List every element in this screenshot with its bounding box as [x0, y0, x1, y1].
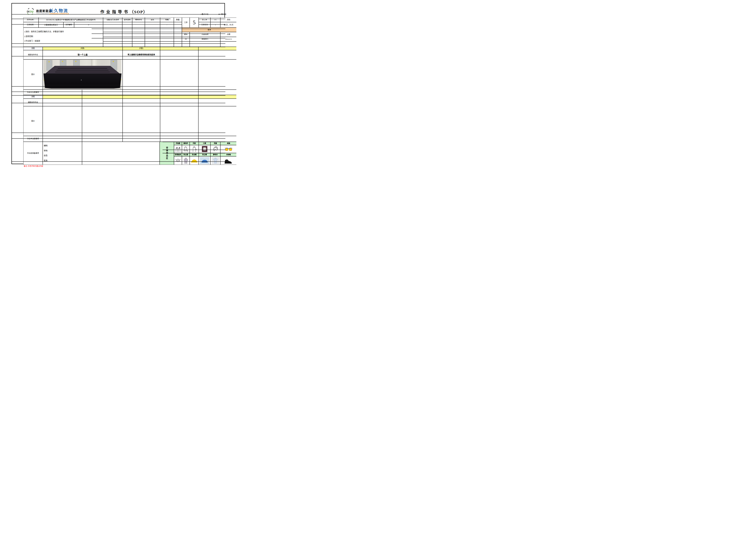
qty-label: 数量 [174, 17, 182, 22]
spec-value: / [160, 22, 174, 28]
rule [12, 43, 225, 44]
empty-cell [198, 89, 236, 95]
empty-cell [82, 99, 122, 106]
dust-cap-icon [200, 157, 209, 164]
total-process-value: 5/5 [210, 17, 220, 22]
empty-cell [174, 41, 182, 47]
empty-cell [103, 41, 122, 47]
ppe-label-safety-shoes: 劳保鞋 [220, 153, 236, 156]
process-number: 5 [190, 17, 199, 28]
page-no-value: 第5页，共5页 [220, 22, 236, 28]
ppe-label-finger-cots: 手指套 [174, 142, 182, 145]
process-name-label: 工序名称： [23, 22, 39, 28]
ppe-label-mask: 口罩 [199, 142, 210, 145]
empty-cell [103, 32, 122, 37]
detail2-label: 细部动作作业 [23, 99, 43, 106]
empty-cell [182, 41, 190, 47]
ppe-label-dust-suit: 防尘服 [182, 153, 190, 156]
esd-wrist-strap-icon [183, 146, 189, 152]
version-desc-header: 内容说明 [190, 32, 220, 37]
ppe-label-dust-cap: 防尘帽 [199, 153, 210, 156]
empty-cell [132, 22, 145, 28]
file-name-label: 文件名称： [23, 17, 39, 22]
rule [163, 142, 225, 142]
rule [92, 29, 225, 29]
process-page-value: 1 [210, 22, 220, 28]
empty-cell [160, 106, 198, 136]
model-label: 型号说明 [122, 17, 132, 22]
rule [12, 86, 225, 87]
empty-cell [145, 32, 160, 37]
empty-cell [122, 22, 132, 28]
svg-text:DI: DI [27, 10, 29, 13]
prep-sign-draft: 编制: [44, 145, 48, 147]
empty-cell [82, 89, 122, 95]
empty-cell [160, 28, 174, 32]
detail1-step2-text: 将上盖图示边缘使用美纹纸包起来 [122, 50, 160, 60]
empty-cell [132, 41, 145, 47]
esd-clothing-icon [212, 157, 219, 164]
hard-hat-icon [191, 157, 198, 164]
rule [12, 103, 225, 103]
rule [163, 150, 225, 150]
total-process-label: 总工序 [199, 17, 210, 22]
flow1-label: 流程 [23, 47, 43, 50]
empty-cell [82, 106, 122, 136]
diagram1-label: 图示 [23, 60, 43, 89]
empty-cell [174, 32, 182, 37]
equipment-name-label: 设备(治工具)名称 [103, 17, 122, 22]
flow1-step1-header: 步骤1 [43, 47, 122, 50]
prep-sign-countersign: 会签: [44, 155, 48, 157]
empty-cell [160, 89, 198, 95]
rule [92, 34, 225, 34]
ppe-label-esd-wrist-strap: 静电环 [182, 142, 190, 145]
empty-cell [43, 136, 82, 142]
ppe-label-glasses: 眼镜 [220, 142, 236, 145]
ppe-label-gloves: 手套 [190, 142, 199, 145]
sop-sheet: DI DU 迪度新能源 Lithium Energy Solutions 长久物… [12, 3, 225, 164]
safety-shoes-icon [224, 157, 233, 164]
rule [12, 133, 225, 133]
respirator-icon [175, 157, 181, 164]
empty-cell [198, 106, 236, 136]
material-no-label: 物料料号 [132, 17, 145, 22]
empty-cell [160, 41, 174, 47]
changjiu-logo-name: 长久物流 [49, 8, 68, 13]
ppe-label-respirator: 防毒面具 [174, 153, 182, 156]
detail1-label: 细部动作作业 [23, 50, 43, 60]
empty-cell [174, 28, 182, 32]
empty-cell [160, 60, 198, 89]
notes2-label: 作业中注意事项 [23, 136, 43, 142]
empty-cell [190, 41, 220, 47]
empty-cell [145, 37, 160, 41]
empty-step-header [160, 47, 198, 50]
step1-photo-top-cover [43, 60, 122, 89]
version-block-title: 版本 [182, 28, 236, 32]
notes1-label: 作业中注意事项 [23, 89, 43, 95]
sop-document-page: DI DU 迪度新能源 Lithium Energy Solutions 长久物… [0, 0, 236, 167]
empty-cell [132, 37, 145, 41]
rule [12, 19, 171, 19]
empty-cell [103, 37, 122, 41]
doc-no-label: 文件编号 [64, 22, 74, 28]
flow1-step2-header: 步骤2 [122, 47, 160, 50]
remark-note: 备注: 红色字体为重点内容 [23, 165, 236, 167]
empty-cell [122, 99, 160, 106]
general-station-checkbox: ■一般工站 [219, 13, 226, 15]
empty-cell [122, 32, 132, 37]
empty-cell [160, 37, 174, 41]
empty-cell [220, 41, 236, 47]
safety-glasses-icon [223, 146, 234, 152]
intro-scope: 2.适用范围： [24, 35, 35, 38]
empty-cell [122, 41, 132, 47]
empty-cell [43, 106, 82, 136]
empty-cell [145, 28, 160, 32]
empty-cell [145, 22, 160, 28]
intro-purpose: 1.目的：指导员工按照正确的方法、步骤进行操作 [24, 31, 64, 33]
photo-cover-slots [54, 67, 111, 73]
empty-cell [145, 41, 160, 47]
didu-logo-mark: DI DU [26, 8, 35, 14]
empty-cell [174, 22, 182, 28]
diagram2-label: 图示 [23, 106, 43, 136]
intro-department: 3.作业部门：组装部 [24, 40, 40, 42]
